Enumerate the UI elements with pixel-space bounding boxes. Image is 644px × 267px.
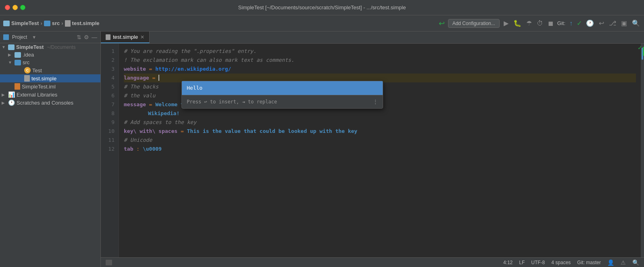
git-branch[interactable]: Git: master	[577, 260, 601, 265]
window-title: SimpleTest [~/Documents/source/scratch/S…	[238, 4, 406, 11]
layout-icon[interactable]: ▣	[620, 19, 628, 28]
sidebar-item-iml[interactable]: SimpleTest.iml	[0, 82, 100, 90]
sidebar-header: Project ▼ ⇅ ⚙ —	[0, 32, 100, 43]
expand-arrow-simpletest: ▼	[2, 45, 6, 49]
src-folder-icon	[44, 21, 50, 26]
code-line-11: # Unicode	[124, 136, 636, 145]
sidebar-header-title: Project	[12, 34, 27, 40]
breadcrumb-src[interactable]: src	[44, 20, 60, 26]
minimize-button[interactable]	[13, 5, 18, 10]
autocomplete-popup[interactable]: Hello Press ↩ to insert, ⇥ to replace ⋮	[181, 81, 383, 109]
sidebar-item-src[interactable]: ▼ src	[0, 59, 100, 66]
expand-arrow-src: ▼	[8, 60, 13, 65]
sidebar-item-idea[interactable]: ▶ .idea	[0, 51, 100, 59]
git-push-icon[interactable]: ↑	[569, 19, 573, 28]
src-folder-icon	[15, 60, 21, 65]
git-rollback-icon[interactable]: ↩	[598, 19, 605, 28]
status-search-icon[interactable]: 🔍	[632, 259, 639, 266]
sidebar-settings-icon[interactable]: ⚙	[84, 34, 89, 40]
git-branch-icon[interactable]: ⎇	[608, 19, 617, 28]
sidebar-item-label-simpletest: SimpleTest	[16, 44, 44, 50]
simpletest-folder-icon	[8, 44, 15, 50]
stop-icon[interactable]: ◼	[547, 19, 554, 28]
tab-label: test.simple	[113, 34, 138, 40]
autocomplete-item-hello[interactable]: Hello	[182, 81, 383, 95]
code-line-2: ! The exclamation mark can also mark tex…	[124, 56, 636, 65]
traffic-lights	[5, 5, 25, 10]
sidebar-header-icons: ⇅ ⚙ —	[77, 34, 97, 40]
breadcrumb-sep1: ›	[40, 20, 42, 26]
sidebar-item-simpletest[interactable]: ▼ SimpleTest ~/Documents	[0, 43, 100, 51]
sidebar-item-label-test: Test	[32, 67, 42, 74]
status-user-icon[interactable]: 👤	[607, 259, 614, 266]
tab-close-icon[interactable]: ✕	[140, 34, 144, 40]
close-button[interactable]	[5, 5, 10, 10]
sidebar-sort-icon[interactable]: ⇅	[77, 34, 81, 40]
play-icon[interactable]: ▶	[503, 19, 509, 28]
file-icon	[65, 20, 71, 27]
coverage-icon[interactable]: ☂	[525, 19, 533, 28]
sidebar-close-icon[interactable]: —	[92, 34, 97, 40]
code-line-9: # Add spaces to the key	[124, 118, 636, 127]
title-bar: SimpleTest [~/Documents/source/scratch/S…	[0, 0, 644, 15]
sidebar-item-scratches[interactable]: ▶ 🕐 Scratches and Consoles	[0, 99, 100, 107]
expand-arrow-idea: ▶	[8, 53, 13, 57]
iml-file-icon	[15, 83, 20, 90]
breadcrumb: SimpleTest › src › test.simple	[3, 20, 100, 27]
code-line-12: tab : \u0009	[124, 145, 636, 153]
sidebar-item-test-simple[interactable]: test.simple	[0, 74, 100, 82]
code-line-8: Wikipedia!	[124, 109, 636, 118]
project-folder-icon	[3, 21, 10, 26]
toolbar-right: ↩ Add Configuration... ▶ 🐛 ☂ ⏱ ◼ Git: ↑ …	[439, 19, 641, 28]
tab-test-simple[interactable]: test.simple ✕	[101, 32, 150, 43]
autocomplete-hint: Press ↩ to insert, ⇥ to replace ⋮	[182, 95, 383, 108]
scratches-icon: 🕐	[8, 99, 15, 106]
sidebar-item-label-src: src	[23, 59, 29, 65]
search-icon[interactable]: 🔍	[631, 19, 641, 28]
status-view-icon[interactable]	[106, 260, 112, 265]
editor-area: test.simple ✕ 1 2 3 4 5 6 7 8 9 10 11 12…	[101, 32, 644, 267]
status-bar-right: 4:12 LF UTF-8 4 spaces Git: master 👤 ⚠ 🔍	[503, 259, 639, 266]
scrollbar-right[interactable]: ✓	[641, 44, 644, 257]
breadcrumb-sep2: ›	[61, 20, 63, 26]
code-line-10: key\ with\ spaces = This is the value th…	[124, 127, 636, 136]
sidebar-item-label-test-simple: test.simple	[31, 76, 56, 82]
breadcrumb-file[interactable]: test.simple	[65, 20, 100, 27]
encoding[interactable]: UTF-8	[531, 260, 545, 265]
breadcrumb-project[interactable]: SimpleTest	[3, 20, 39, 26]
status-warning-icon[interactable]: ⚠	[621, 259, 626, 266]
profile-icon[interactable]: ⏱	[536, 19, 544, 28]
cursor-position[interactable]: 4:12	[503, 260, 513, 265]
project-view-icon	[3, 34, 9, 40]
sidebar-item-label-ext-libs: External Libraries	[17, 92, 57, 98]
line-ending[interactable]: LF	[519, 260, 525, 265]
sidebar-item-ext-libs[interactable]: ▶ 📊 External Libraries	[0, 90, 100, 99]
sidebar: Project ▼ ⇅ ⚙ — ▼ SimpleTest ~/Documents…	[0, 32, 101, 267]
code-line-3: website = http://en.wikipedia.org/	[124, 65, 636, 74]
autocomplete-more-icon[interactable]: ⋮	[373, 97, 378, 106]
code-editor[interactable]: 1 2 3 4 5 6 7 8 9 10 11 12 # You are rea…	[101, 44, 644, 257]
tabs-bar: test.simple ✕	[101, 32, 644, 44]
ext-libs-icon: 📊	[8, 91, 15, 98]
run-back-icon[interactable]: ↩	[439, 19, 445, 28]
line-numbers: 1 2 3 4 5 6 7 8 9 10 11 12	[101, 44, 119, 257]
idea-folder-icon	[15, 52, 21, 58]
add-config-button[interactable]: Add Configuration...	[448, 19, 500, 28]
sidebar-dropdown-icon[interactable]: ▼	[32, 35, 36, 40]
git-check-icon[interactable]: ✓	[577, 19, 582, 27]
maximize-button[interactable]	[20, 5, 25, 10]
indent[interactable]: 4 spaces	[551, 260, 571, 265]
sidebar-item-label-scratches: Scratches and Consoles	[17, 100, 73, 106]
main-area: Project ▼ ⇅ ⚙ — ▼ SimpleTest ~/Documents…	[0, 32, 644, 267]
test-class-icon: C	[24, 67, 31, 74]
code-line-1: # You are reading the ".properties" entr…	[124, 47, 636, 56]
autocomplete-hint-text: Press ↩ to insert, ⇥ to replace	[187, 97, 277, 106]
tab-file-icon	[106, 34, 110, 40]
bug-icon[interactable]: 🐛	[513, 19, 522, 28]
git-history-icon[interactable]: 🕐	[585, 19, 595, 28]
code-content[interactable]: # You are reading the ".properties" entr…	[119, 44, 641, 257]
test-simple-file-icon	[24, 75, 30, 82]
expand-arrow-ext-libs: ▶	[2, 93, 6, 97]
sidebar-item-test-class[interactable]: C Test	[0, 66, 100, 74]
status-bar: 4:12 LF UTF-8 4 spaces Git: master 👤 ⚠ 🔍	[101, 257, 644, 267]
